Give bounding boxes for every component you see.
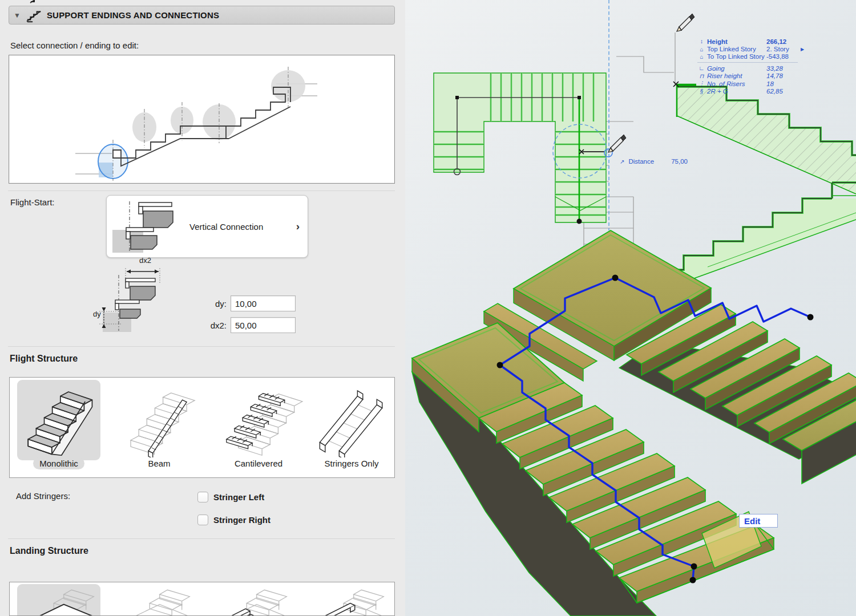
stair-settings-panel: ▼ SUPPORT ENDINGS AND CONNECTIONS Select… bbox=[0, 0, 405, 616]
monolithic-stair-icon bbox=[17, 382, 100, 457]
landing-structure-title: Landing Structure bbox=[10, 546, 88, 556]
dx2-field-row: dx2: 50,00 bbox=[203, 317, 296, 333]
distance-value[interactable]: 75,00 bbox=[671, 158, 688, 165]
stringer-right-checkbox[interactable] bbox=[197, 514, 208, 525]
stair-profile-diagram bbox=[9, 55, 394, 183]
rule-icon: § bbox=[696, 88, 707, 95]
divider bbox=[8, 191, 395, 191]
option-label-stringers-only: Stringers Only bbox=[324, 459, 378, 468]
flight-start-label: Flight-Start: bbox=[10, 197, 55, 207]
dy-field-label: dy: bbox=[203, 299, 227, 309]
dy-input[interactable]: 10,00 bbox=[231, 295, 296, 311]
section-title: SUPPORT ENDINGS AND CONNECTIONS bbox=[47, 10, 219, 20]
tracker-row: ⌂ To Top Linked Story -543,88 bbox=[696, 53, 808, 60]
plan-view bbox=[434, 73, 606, 224]
height-icon: ↕ bbox=[696, 38, 707, 44]
cantilever-tread bbox=[227, 436, 252, 449]
going-icon: ∟ bbox=[696, 65, 707, 71]
dx2-diagram-label: dx2 bbox=[139, 256, 151, 265]
flight-structure-option-monolithic[interactable]: Monolithic bbox=[17, 382, 100, 473]
dy-field-row: dy: 10,00 bbox=[203, 295, 296, 311]
section-view bbox=[673, 82, 856, 285]
stringer-left-row: Stringer Left bbox=[197, 492, 264, 502]
stringer-left-label: Stringer Left bbox=[213, 492, 264, 502]
stringer-left-checkbox[interactable] bbox=[197, 492, 208, 502]
flight-structure-option-beam[interactable]: Beam bbox=[114, 382, 205, 473]
landing-structure-options bbox=[9, 582, 395, 616]
divider bbox=[8, 538, 395, 539]
chevron-right-icon: › bbox=[296, 220, 300, 233]
tracker-row: ⊓ Riser height 14,78 bbox=[696, 72, 808, 80]
landing-option-stringers[interactable] bbox=[307, 586, 390, 616]
option-label-cantilevered: Cantilevered bbox=[235, 459, 282, 468]
riser-height-icon: ⊓ bbox=[696, 73, 707, 79]
distance-tracker: ↗ Distance 75,00 bbox=[620, 158, 688, 165]
model-viewport[interactable]: ↕ Height 266,12 ⌂ Top Linked Story 2. St… bbox=[405, 0, 856, 616]
pencil-cursor-icon bbox=[608, 135, 626, 152]
risers-count-icon: ⋮ bbox=[696, 80, 707, 87]
tracker-row: ∟ Going 33,28 bbox=[696, 64, 808, 72]
distance-label: Distance bbox=[628, 158, 654, 165]
edit-button[interactable]: Edit bbox=[739, 514, 778, 528]
pencil-cursor-icon bbox=[677, 14, 695, 31]
flyout-arrow-icon[interactable]: ▶ bbox=[801, 47, 807, 52]
offset-diagram: dx2 dy bbox=[91, 257, 191, 334]
divider bbox=[8, 346, 395, 347]
stringer-right-label: Stringer Right bbox=[213, 515, 270, 525]
select-connection-label: Select connection / ending to edit: bbox=[10, 40, 139, 50]
flight-structure-option-cantilevered[interactable]: Cantilevered bbox=[211, 382, 306, 473]
option-label-monolithic: Monolithic bbox=[33, 457, 84, 469]
landing-option-cantilevered[interactable] bbox=[210, 586, 293, 616]
tracker-row: § 2R + G 62,85 bbox=[696, 87, 808, 95]
stringer-right-row: Stringer Right bbox=[197, 514, 270, 525]
tracker-row: ⌂ Top Linked Story 2. Story ▶ bbox=[696, 45, 808, 52]
add-stringers-label: Add Stringers: bbox=[16, 491, 70, 501]
landing-option-monolithic[interactable] bbox=[17, 586, 100, 616]
cantilevered-stair-icon bbox=[211, 382, 306, 457]
tracker-row: ↕ Height 266,12 bbox=[696, 38, 808, 45]
dx2-field-label: dx2: bbox=[203, 321, 227, 330]
story-lock-icon: ⌂ bbox=[696, 46, 707, 52]
section-header-support-endings[interactable]: ▼ SUPPORT ENDINGS AND CONNECTIONS bbox=[9, 6, 395, 25]
dy-diagram-label: dy bbox=[93, 310, 101, 318]
landing-option-beam[interactable] bbox=[113, 586, 196, 616]
connection-preview-box[interactable] bbox=[9, 55, 395, 184]
vertical-connection-label: Vertical Connection bbox=[189, 222, 263, 232]
beam-stair-icon bbox=[114, 382, 205, 457]
flight-structure-options: Monolithic bbox=[9, 377, 395, 478]
story-offset-icon: ⌂ bbox=[696, 54, 707, 60]
flight-structure-option-stringers[interactable]: Stringers Only bbox=[309, 382, 394, 473]
collapse-triangle-icon[interactable]: ▼ bbox=[14, 11, 21, 19]
vertical-connection-button[interactable]: Vertical Connection › bbox=[106, 195, 308, 258]
tracker-row: ⋮ No. of Risers 18 bbox=[696, 80, 808, 87]
stair-tracker-palette: ↕ Height 266,12 ⌂ Top Linked Story 2. St… bbox=[696, 38, 808, 95]
distance-icon: ↗ bbox=[620, 159, 624, 165]
tracker-separator bbox=[697, 62, 798, 63]
stair-section-icon bbox=[26, 8, 42, 23]
flight-structure-title: Flight Structure bbox=[10, 354, 78, 364]
option-label-beam: Beam bbox=[148, 459, 170, 468]
previous-section-stair-icon bbox=[30, 0, 47, 4]
vertical-connection-icon bbox=[110, 198, 181, 255]
dx2-input[interactable]: 50,00 bbox=[231, 317, 296, 333]
stringers-only-stair-icon bbox=[309, 382, 394, 457]
